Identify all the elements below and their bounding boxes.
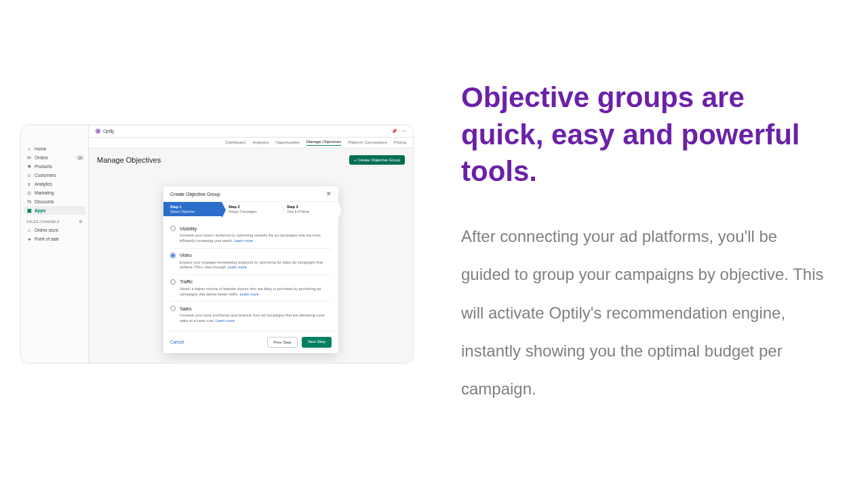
learn-more-link[interactable]: Learn more — [228, 265, 247, 269]
objective-option-visibility[interactable]: Visibility Increase your store's audienc… — [170, 222, 332, 247]
store-icon: ⌂ — [26, 228, 32, 233]
sidebar-item-customers[interactable]: ☺ Customers — [21, 171, 88, 180]
analytics-icon: ⫾ — [26, 182, 32, 187]
learn-more-link[interactable]: Learn more — [216, 319, 235, 323]
sidebar-item-home[interactable]: ⌂ Home — [21, 144, 88, 153]
apps-icon: ▦ — [26, 208, 32, 214]
sidebar-item-label: Online store — [35, 228, 58, 232]
close-icon[interactable]: ✕ — [326, 190, 332, 197]
app-header: Optily 📌 ⋯ — [89, 125, 413, 138]
sidebar-channel-online-store[interactable]: ⌂ Online store — [21, 226, 88, 235]
sidebar-channel-pos[interactable]: ● Point of sale — [21, 235, 88, 243]
tab-manage-objectives[interactable]: Manage Objectives — [307, 140, 341, 146]
step-2[interactable]: Step 2 Assign Campaigns — [222, 202, 280, 216]
sidebar: ⌂ Home ✉ Orders 15 ❖ Products ☺ Custom — [21, 125, 89, 363]
objective-option-traffic[interactable]: Traffic Attract a higher volume of websi… — [170, 274, 332, 301]
modal-title: Create Objective Group — [170, 192, 220, 197]
sidebar-item-marketing[interactable]: ◎ Marketing — [21, 188, 88, 197]
home-icon: ⌂ — [26, 146, 32, 152]
sidebar-item-label: Home — [35, 146, 46, 151]
sidebar-item-products[interactable]: ❖ Products — [21, 162, 88, 171]
sidebar-item-label: Customers — [35, 173, 56, 178]
sidebar-item-label: Point of sale — [35, 237, 59, 241]
add-channel-icon[interactable]: ⊕ — [79, 219, 83, 224]
radio-icon — [170, 253, 176, 258]
customers-icon: ☺ — [26, 173, 32, 178]
objective-option-video[interactable]: Video Expand your engaged remarketing au… — [170, 248, 332, 274]
top-tabs: Dashboard Analytics Opportunities Manage… — [89, 138, 413, 148]
sidebar-item-apps[interactable]: ▦ Apps — [24, 206, 85, 215]
orders-icon: ✉ — [26, 155, 32, 161]
page-title: Manage Objectives — [97, 156, 161, 164]
more-icon[interactable]: ⋯ — [401, 129, 406, 134]
sidebar-item-label: Analytics — [35, 182, 52, 186]
marketing-body: After connecting your ad platforms, you'… — [461, 218, 827, 409]
step-3[interactable]: Step 3 Give It A Name — [280, 202, 338, 216]
tab-platform-connections[interactable]: Platform Connections — [348, 140, 387, 146]
sidebar-item-analytics[interactable]: ⫾ Analytics — [21, 180, 88, 188]
learn-more-link[interactable]: Learn more — [240, 292, 259, 296]
app-screenshot-frame: ⌂ Home ✉ Orders 15 ❖ Products ☺ Custom — [20, 125, 414, 363]
tab-analytics[interactable]: Analytics — [252, 140, 269, 146]
create-objective-group-button[interactable]: + Create Objective Group — [349, 155, 405, 165]
app-name: Optily — [103, 129, 115, 134]
products-icon: ❖ — [26, 164, 32, 169]
create-objective-group-modal: Create Objective Group ✕ Step 1 Select O… — [163, 186, 338, 353]
main-area: Optily 📌 ⋯ Dashboard Analytics Opportuni… — [89, 125, 413, 363]
sidebar-item-label: Marketing — [35, 190, 54, 195]
tab-dashboard[interactable]: Dashboard — [226, 140, 245, 146]
step-indicator: Step 1 Select Objective Step 2 Assign Ca… — [163, 202, 338, 216]
prev-step-button[interactable]: Prev Step — [267, 337, 297, 348]
tab-pricing[interactable]: Pricing — [394, 140, 406, 146]
pos-icon: ● — [26, 237, 32, 242]
learn-more-link[interactable]: Learn more — [234, 239, 253, 243]
sidebar-item-orders[interactable]: ✉ Orders 15 — [21, 153, 88, 162]
objective-option-sales[interactable]: Sales Increase your store purchases and … — [170, 301, 332, 327]
sidebar-item-label: Discounts — [35, 199, 54, 204]
radio-icon — [170, 306, 176, 311]
sidebar-item-label: Orders — [35, 155, 48, 160]
sidebar-item-label: Apps — [35, 208, 45, 213]
sidebar-item-discounts[interactable]: % Discounts — [21, 197, 88, 206]
cancel-button[interactable]: Cancel — [170, 340, 184, 344]
marketing-headline: Objective groups are quick, easy and pow… — [461, 79, 827, 190]
orders-badge: 15 — [76, 155, 84, 160]
radio-icon — [170, 226, 176, 231]
next-step-button[interactable]: Next Step — [302, 337, 332, 348]
optily-logo-icon — [96, 129, 100, 134]
pin-icon[interactable]: 📌 — [391, 129, 397, 134]
sidebar-item-label: Products — [35, 164, 52, 169]
sales-channels-header: SALES CHANNELS ⊕ — [21, 215, 88, 226]
tab-opportunities[interactable]: Opportunities — [275, 140, 300, 146]
radio-icon — [170, 279, 176, 285]
step-1[interactable]: Step 1 Select Objective — [163, 202, 222, 216]
discounts-icon: % — [26, 199, 32, 205]
marketing-icon: ◎ — [26, 190, 32, 196]
